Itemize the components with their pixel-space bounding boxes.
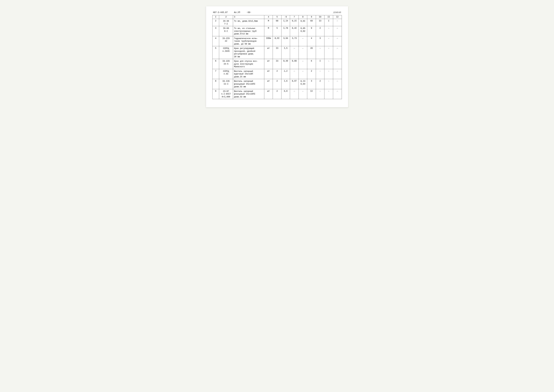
col-header-6: ·6 [281, 15, 290, 19]
row-col12: - [333, 59, 342, 69]
row-col5: 2 [273, 79, 282, 89]
row-num: 6 [212, 59, 219, 69]
col-header-8: 8 [298, 15, 307, 19]
col-header-3: 3 [233, 15, 264, 19]
row-col11: - [324, 89, 333, 99]
doc-id: 22165-05 [333, 11, 341, 14]
table-header-row: I 2 3 4 5 ·6 7 8 9 IO II I2 [212, 15, 342, 19]
doc-number: 407-3-445.87 [213, 11, 228, 14]
row-num: 7 [212, 69, 219, 79]
row-col10: 2 [316, 26, 324, 36]
row-col11: - [324, 79, 333, 89]
row-col9: I2 [307, 89, 316, 99]
row-col10: 3 [316, 36, 324, 46]
header-left: 407-3-445.87 Ал.УП ·68· [213, 11, 251, 14]
row-num: 9 [212, 89, 219, 99]
row-code: ССРСЦ п.I035 [219, 46, 233, 59]
col-header-9: 9 [307, 15, 316, 19]
table-row: 7ССРСЦ п.9IВентиль запорный муфтовый I5к… [212, 69, 342, 79]
row-num: 5 [212, 46, 219, 59]
row-col8: - [298, 59, 307, 69]
row-code: I6-2I9 22 [219, 36, 233, 46]
row-col6: I,I4 [281, 19, 290, 26]
table-row: 2I6-38 7-IТо же, диам.32х2,8ммМ60I,I40,2… [212, 19, 342, 26]
row-desc: Вентиль запорный фланцевый I5кч16ПI диам… [233, 79, 264, 89]
row-col8: 0,I3 0,04 [298, 79, 307, 89]
row-col5: 2 [273, 89, 282, 99]
row-col11: - [324, 69, 333, 79]
row-col5: 2 [273, 69, 282, 79]
row-col11: - [324, 26, 333, 36]
row-col8: - [298, 69, 307, 79]
row-col6: 6,0 [281, 89, 290, 99]
table-row: 5ССРСЦ п.I035Кран регулирующий проходной… [212, 46, 342, 59]
row-col4: шт [264, 79, 273, 89]
row-num: 4 [212, 36, 219, 46]
row-code: I6-66 8-I [219, 26, 233, 36]
row-col8: 0,05 0,02 [298, 26, 307, 36]
row-num: 8 [212, 79, 219, 89]
row-col7: 0,97 [290, 79, 299, 89]
row-col11: I [324, 19, 333, 26]
row-desc: Гидравлическое испы- тание трубопроводов… [233, 36, 264, 46]
row-col9: 20 [307, 46, 316, 59]
row-col12: - [333, 79, 342, 89]
table-row: 6I8-229 I5-5Кран для спуска воз- духа ко… [212, 59, 342, 69]
row-desc: То же, из стальных электросварных труб д… [233, 26, 264, 36]
row-col5: 0,9I [273, 36, 282, 46]
col-header-4: 4 [264, 15, 273, 19]
row-col12: - [333, 89, 342, 99]
row-col8: - [298, 36, 307, 46]
row-col7: - [290, 46, 299, 59]
document-page: 407-3-445.87 Ал.УП ·68· 22165-05 I 2 3 4… [206, 6, 348, 107]
row-col4: IOOм [264, 36, 273, 46]
row-col7: 0,2I [290, 19, 299, 26]
row-code: I6-38 7-I [219, 19, 233, 26]
row-col7: - [290, 69, 299, 79]
row-col12: - [333, 69, 342, 79]
row-col6: 0,49 [281, 59, 290, 69]
row-col12: - [333, 36, 342, 46]
page-number: ·68· [246, 11, 251, 14]
row-col5: 5 [273, 26, 282, 36]
row-num: 3 [212, 26, 219, 36]
col-header-10: IO [316, 15, 324, 19]
row-col9: 3 [307, 79, 316, 89]
row-col5: I3 [273, 59, 282, 69]
col-header-1: I [212, 15, 219, 19]
row-col8: 0,0I [298, 19, 307, 26]
col-header-11: II [324, 15, 333, 19]
sheet-label: Ал.УП [234, 11, 240, 14]
row-col10: I3 [316, 19, 324, 26]
row-col9: 9 [307, 26, 316, 36]
row-col12: - [333, 26, 342, 36]
row-desc: Вентиль запорный муфтовый I5кч18П диам.I… [233, 69, 264, 79]
row-col8: - [298, 89, 307, 99]
row-col6: ī,2 [281, 69, 290, 79]
row-col4: шт [264, 69, 273, 79]
row-col5: I3 [273, 46, 282, 59]
row-col7: 3,73 [290, 36, 299, 46]
col-header-2: 2 [219, 15, 233, 19]
row-col4: шт [264, 46, 273, 59]
table-row: 4I6-2I9 22Гидравлическое испы- тание тру… [212, 36, 342, 46]
document-header: 407-3-445.87 Ал.УП ·68· 22165-05 [212, 11, 342, 14]
row-col11: - [324, 59, 333, 69]
row-col9: 6 [307, 59, 316, 69]
col-header-12: I2 [333, 15, 342, 19]
row-desc: Кран регулирующий проходной, двойной рег… [233, 46, 264, 59]
row-col10: - [316, 46, 324, 59]
row-code: I6-I35 I2-I [219, 79, 233, 89]
row-col9: 2 [307, 69, 316, 79]
row-col7: 0,08 [290, 59, 299, 69]
row-col10: 2 [316, 79, 324, 89]
table-row: 8I6-I35 I2-IВентиль запорный фланцевый I… [212, 79, 342, 89]
row-col4: М [264, 19, 273, 26]
row-col5: 60 [273, 19, 282, 26]
row-col4: шт [264, 59, 273, 69]
row-col7: - [290, 89, 299, 99]
row-col10: I [316, 59, 324, 69]
row-col9: 68 [307, 19, 316, 26]
row-desc: Вентиль запорный фланцевый I5кч16ПI диам… [233, 89, 264, 99]
row-col12: - [333, 19, 342, 26]
